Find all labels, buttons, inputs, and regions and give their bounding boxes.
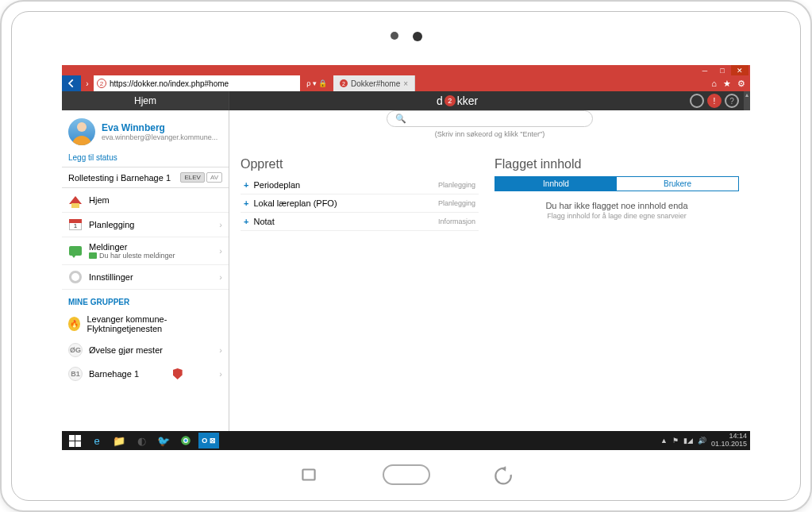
tools-icon[interactable]: ⚙ (737, 79, 745, 89)
scroll-up-indicator[interactable] (744, 91, 750, 110)
address-search-divider[interactable]: ρ ▾ 🔒 (300, 75, 333, 91)
profile-text: Eva Winnberg eva.winnberg@levanger.kommu… (102, 122, 217, 141)
help-button[interactable]: ? (725, 94, 739, 108)
system-tray[interactable]: ▲ ⚑ ▮◢ 🔊 14:14 01.10.2015 (660, 433, 747, 448)
tab-innhold[interactable]: Innhold (495, 177, 617, 191)
taskbar-ie-icon[interactable]: e (87, 433, 106, 448)
window-minimize-button[interactable]: ─ (696, 65, 714, 75)
shield-icon (173, 368, 183, 379)
flagged-empty-message: Du har ikke flagget noe innhold enda (495, 201, 739, 210)
create-column: Opprett + Periodeplan Planlegging + Loka… (241, 157, 479, 423)
window-close-button[interactable]: ✕ (731, 65, 749, 75)
search-box[interactable]: 🔍 (387, 110, 593, 127)
taskbar-clock[interactable]: 14:14 01.10.2015 (711, 433, 747, 448)
message-icon (68, 244, 83, 258)
tab-close-icon[interactable]: × (403, 79, 408, 88)
windows-taskbar: e 📁 ◐ 🐦 O ⊠ ▲ ⚑ ▮◢ 🔊 14:14 01.10.2015 (62, 431, 750, 450)
nav-settings[interactable]: Innstillinger › (62, 265, 229, 290)
create-periodeplan[interactable]: + Periodeplan Planlegging (241, 176, 479, 194)
url-input[interactable] (110, 79, 297, 88)
favorites-icon[interactable]: ★ (723, 79, 731, 89)
tablet-back-button[interactable] (494, 464, 514, 485)
profile-email: eva.winnberg@levanger.kommune... (102, 133, 217, 141)
notification-button[interactable]: ! (707, 94, 722, 108)
nav-home[interactable]: Hjem (62, 188, 229, 213)
address-bar[interactable]: 2 (94, 75, 300, 91)
group-label: Levanger kommune- Flyktningetjenesten (87, 314, 222, 333)
flagged-tabs: Innhold Brukere (495, 176, 739, 191)
chevron-right-icon: › (219, 345, 222, 355)
group-badge-icon: ØG (68, 343, 83, 357)
header-hjem[interactable]: Hjem (62, 91, 229, 110)
tablet-hw-buttons (298, 464, 514, 485)
tablet-recent-button[interactable] (298, 464, 319, 485)
taskbar-app-icon[interactable]: ◐ (132, 433, 151, 448)
taskbar-explorer-icon[interactable]: 📁 (110, 433, 129, 448)
group-item-levanger[interactable]: 🔥 Levanger kommune- Flyktningetjenesten (62, 310, 229, 338)
tray-volume-icon[interactable]: 🔊 (698, 437, 706, 445)
browser-right-icons: ⌂ ★ ⚙ (706, 75, 750, 91)
group-item-barnehage[interactable]: B1 Barnehage 1 › (62, 362, 229, 386)
content-columns: Opprett + Periodeplan Planlegging + Loka… (229, 149, 750, 431)
tray-flag-icon[interactable]: ⚑ (672, 437, 679, 445)
brand-text-left: d (437, 94, 443, 107)
search-input[interactable] (411, 114, 584, 124)
group-item-ovelse[interactable]: ØG Øvelse gjør mester › (62, 338, 229, 362)
tray-flag-icon[interactable]: ▲ (660, 437, 668, 445)
svg-point-2 (184, 439, 187, 442)
add-status-link[interactable]: Legg til status (62, 148, 229, 167)
avatar-icon (68, 118, 95, 145)
role-pill-av[interactable]: AV (206, 172, 222, 183)
tablet-home-button[interactable] (383, 464, 430, 485)
group-badge-icon: 🔥 (68, 317, 80, 331)
arrow-left-icon (66, 78, 77, 89)
tab-brukere[interactable]: Brukere (617, 177, 738, 191)
tray-network-icon[interactable]: ▮◢ (683, 437, 693, 445)
browser-tab-strip: 2 Dokker#home × (333, 75, 415, 91)
nav-messages[interactable]: Meldinger Du har uleste meldinger › (62, 237, 229, 265)
browser-tab[interactable]: 2 Dokker#home × (333, 75, 415, 91)
flagged-column: Flagget innhold Innhold Brukere Du har i… (495, 157, 739, 423)
windows-logo-icon (69, 435, 81, 447)
start-button[interactable] (65, 433, 84, 448)
create-laereplan[interactable]: + Lokal læreplan (PFO) Planlegging (241, 194, 479, 213)
tablet-frame: ─ □ ✕ › 2 ρ ▾ 🔒 2 Dokker#home × (0, 0, 812, 512)
create-item-tag: Planlegging (438, 181, 475, 189)
browser-forward-button[interactable]: › (81, 75, 94, 91)
create-item-label: Notat (253, 217, 274, 226)
plus-icon: + (244, 198, 248, 208)
search-wrap: 🔍 (229, 110, 750, 127)
profile-name: Eva Winnberg (102, 122, 217, 133)
header-circle-button[interactable] (690, 94, 704, 108)
clock-date: 01.10.2015 (711, 441, 747, 448)
calendar-icon (68, 218, 83, 232)
nav-planning[interactable]: Planlegging › (62, 213, 229, 237)
brand-number-icon: 2 (444, 95, 456, 106)
profile-block[interactable]: Eva Winnberg eva.winnberg@levanger.kommu… (62, 110, 229, 148)
chrome-icon (180, 435, 191, 446)
window-titlebar: ─ □ ✕ (62, 65, 750, 75)
window-maximize-button[interactable]: □ (714, 65, 731, 75)
create-item-label: Lokal læreplan (PFO) (253, 198, 337, 208)
home-icon[interactable]: ⌂ (711, 79, 717, 88)
plus-icon: + (244, 217, 248, 226)
tab-title: Dokker#home (351, 79, 400, 88)
flagged-empty-sub: Flagg innhold for å lage dine egne snarv… (495, 212, 739, 220)
taskbar-outlook-icon[interactable]: O ⊠ (198, 433, 219, 448)
header-actions: ! ? (685, 91, 744, 110)
create-notat[interactable]: + Notat Informasjon (241, 213, 479, 231)
search-hint: (Skriv inn søkeord og klikk "Enter") (229, 130, 750, 138)
home-icon (68, 193, 83, 207)
role-pill-elev[interactable]: ELEV (180, 172, 204, 183)
unread-message-icon (89, 252, 97, 259)
browser-back-button[interactable] (62, 75, 81, 91)
search-icon: 🔍 (395, 114, 406, 124)
group-badge-icon: B1 (68, 367, 83, 381)
role-bar: Rolletesting i Barnehage 1 ELEV AV (62, 167, 229, 188)
nav-messages-sub-label: Du har uleste meldinger (99, 252, 175, 260)
chevron-right-icon: › (219, 246, 222, 256)
create-item-label: Periodeplan (253, 180, 300, 190)
taskbar-chrome-icon[interactable] (176, 433, 195, 448)
taskbar-app-icon[interactable]: 🐦 (154, 433, 173, 448)
nav-home-label: Hjem (89, 195, 110, 205)
